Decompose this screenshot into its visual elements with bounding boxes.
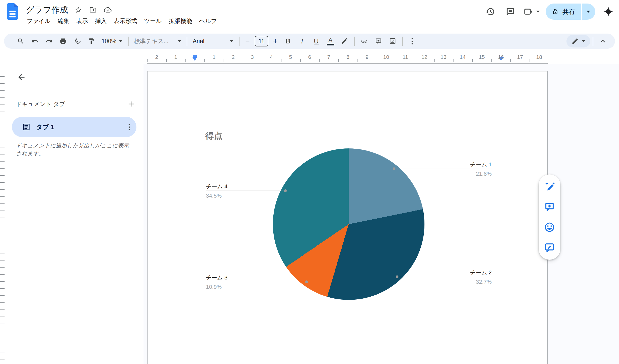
redo-icon[interactable] <box>42 34 56 48</box>
tabs-panel-title: ドキュメント タブ <box>16 100 65 108</box>
document-tabs-panel: ドキュメント タブ タブ 1 ドキュメントに追加した見出しがここに表示されます。 <box>9 64 143 364</box>
comments-icon[interactable] <box>503 5 517 19</box>
menu-extensions[interactable]: 拡張機能 <box>165 16 196 27</box>
ruler-number: 6 <box>308 54 311 60</box>
ruler-number: 3 <box>251 54 254 60</box>
zoom-select[interactable]: 100% <box>99 35 126 47</box>
ruler-number: 7 <box>327 54 330 60</box>
ruler-number: 4 <box>270 54 273 60</box>
menu-edit[interactable]: 編集 <box>54 16 73 27</box>
video-call-caret-icon <box>536 11 540 13</box>
paint-format-icon[interactable] <box>84 34 99 48</box>
ruler-number: 9 <box>366 54 369 60</box>
tabs-panel-caption: ドキュメントに追加した見出しがここに表示されます。 <box>16 142 132 158</box>
ruler-number: 13 <box>441 54 446 60</box>
tab-1-label: タブ 1 <box>36 123 54 131</box>
docs-logo-icon[interactable] <box>7 3 18 20</box>
ruler-number: 1 <box>174 54 177 60</box>
zoom-caret-icon <box>119 40 123 42</box>
emoji-icon[interactable] <box>543 221 556 233</box>
insert-link-icon[interactable] <box>357 34 371 48</box>
ruler-number: 17 <box>517 54 523 60</box>
help-me-write-icon[interactable] <box>543 180 556 193</box>
vertical-ruler <box>0 64 10 364</box>
zoom-value: 100% <box>102 38 116 45</box>
pencil-icon <box>572 38 579 45</box>
left-indent-marker[interactable] <box>193 57 197 61</box>
share-button[interactable]: 共有 <box>546 4 595 20</box>
menu-bar: ファイル 編集 表示 挿入 表示形式 ツール 拡張機能 ヘルプ <box>23 15 221 27</box>
editing-mode-caret-icon <box>582 40 585 42</box>
share-caret-icon <box>587 11 590 13</box>
ruler-number: 16 <box>498 54 504 60</box>
menu-file[interactable]: ファイル <box>23 16 54 27</box>
ruler-number: 2 <box>232 54 235 60</box>
pie <box>273 148 424 300</box>
first-line-indent-marker[interactable] <box>193 55 197 57</box>
search-icon[interactable] <box>14 34 28 48</box>
share-options-button[interactable] <box>582 4 595 20</box>
spell-check-icon[interactable] <box>70 34 84 48</box>
ruler-number: 5 <box>289 54 292 60</box>
font-caret-icon <box>230 40 233 42</box>
gemini-sparkle-icon[interactable] <box>601 5 615 19</box>
paragraph-style-value: 標準テキス... <box>134 37 169 45</box>
move-folder-icon[interactable] <box>89 6 97 14</box>
menu-format[interactable]: 表示形式 <box>110 16 140 27</box>
add-comment-icon[interactable] <box>371 34 386 48</box>
collapse-toolbar-icon[interactable] <box>596 34 610 48</box>
more-options-icon[interactable] <box>405 34 419 48</box>
text-color-swatch <box>327 44 334 45</box>
document-canvas: ドキュメント タブ タブ 1 ドキュメントに追加した見出しがここに表示されます。… <box>0 64 619 364</box>
paragraph-style-select[interactable]: 標準テキス... <box>131 35 184 47</box>
tab-document-icon <box>22 123 31 131</box>
font-value: Arial <box>193 38 204 45</box>
chart-title: 得点 <box>205 130 223 142</box>
cloud-saved-icon[interactable] <box>103 6 112 14</box>
underline-button[interactable]: U <box>309 34 323 48</box>
undo-icon[interactable] <box>28 34 42 48</box>
print-icon[interactable] <box>56 34 70 48</box>
share-button-label: 共有 <box>562 8 575 16</box>
editing-mode-select[interactable] <box>566 35 590 47</box>
font-select[interactable]: Arial <box>190 35 236 47</box>
highlight-icon[interactable] <box>338 34 352 48</box>
star-icon[interactable] <box>74 6 83 14</box>
ruler-number: 1 <box>212 54 216 60</box>
ruler-number: 12 <box>421 54 427 60</box>
ruler-number: 11 <box>402 54 408 60</box>
menu-help[interactable]: ヘルプ <box>196 16 221 27</box>
horizontal-ruler[interactable]: 21123456789101112131415161718 <box>0 53 619 64</box>
font-size-increase-button[interactable]: + <box>270 34 281 48</box>
toolbar: 100% 標準テキス... Arial − + B I U <box>4 34 615 49</box>
video-call-button[interactable] <box>523 7 540 17</box>
back-arrow-icon <box>17 73 26 82</box>
lock-icon <box>552 8 559 15</box>
font-size-decrease-button[interactable]: − <box>242 34 253 48</box>
plus-icon <box>127 100 135 108</box>
menu-view[interactable]: 表示 <box>73 16 91 27</box>
add-comment-side-icon[interactable] <box>543 201 556 213</box>
menu-tools[interactable]: ツール <box>140 16 165 27</box>
menu-insert[interactable]: 挿入 <box>91 16 110 27</box>
ruler-number: 14 <box>460 54 466 60</box>
bold-button[interactable]: B <box>281 34 295 48</box>
document-title[interactable]: グラフ作成 <box>26 4 68 16</box>
close-tabs-panel-button[interactable] <box>13 69 30 85</box>
suggest-edits-icon[interactable] <box>543 242 556 254</box>
tab-1-item[interactable]: タブ 1 <box>12 117 136 137</box>
tab-options-icon[interactable] <box>129 124 130 130</box>
ruler-number: 10 <box>383 54 389 60</box>
ruler-number: 2 <box>155 54 158 60</box>
google-docs-window: グラフ作成 ファイル 編集 表示 挿入 表示形式 ツール 拡張機能 ヘルプ <box>0 0 619 364</box>
version-history-icon[interactable] <box>483 5 497 19</box>
ruler-number: 8 <box>346 54 349 60</box>
italic-button[interactable]: I <box>295 34 309 48</box>
text-color-button[interactable]: A <box>323 34 338 48</box>
font-size-input[interactable] <box>255 36 268 46</box>
add-tab-button[interactable] <box>126 98 137 110</box>
paragraph-style-caret-icon <box>178 40 181 42</box>
ruler-number: 18 <box>536 54 542 60</box>
insert-image-icon[interactable] <box>386 34 400 48</box>
ruler-number: 15 <box>479 54 485 60</box>
